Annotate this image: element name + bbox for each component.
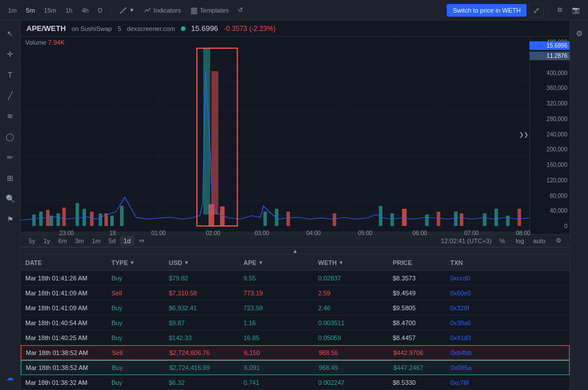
flag-icon[interactable]: ⚑: [2, 211, 18, 227]
svg-rect-30: [76, 203, 79, 226]
chart-svg[interactable]: [21, 37, 570, 232]
td-usd: $9.87: [164, 319, 239, 326]
drawing-tool-btn[interactable]: ▼: [115, 4, 138, 17]
td-usd: $6.32: [164, 379, 239, 386]
td-usd: $142.33: [164, 334, 239, 341]
td-type: Buy: [107, 379, 164, 386]
td-date: Mar 18th 01:38:52 AM: [21, 349, 107, 356]
indicators-btn[interactable]: Indicators: [140, 4, 184, 17]
td-weth: 2.46: [314, 305, 388, 311]
fullscreen-btn[interactable]: ⤢: [529, 3, 544, 18]
td-txn[interactable]: 0xccd0: [446, 275, 503, 282]
td-type: Sell: [107, 349, 165, 356]
usd-filter-icon[interactable]: ▼: [184, 260, 189, 266]
drag-handle[interactable]: ▲: [21, 247, 570, 255]
table-row[interactable]: Mar 18th 01:41:26 AM Buy $79.82 9.55 0.0…: [21, 271, 570, 286]
text-tool-icon[interactable]: T: [2, 67, 18, 83]
tf-6m-btn[interactable]: 6m: [55, 236, 70, 246]
time-label-0700: 07:00: [464, 230, 478, 236]
table-row[interactable]: Mar 18th 01:38:32 AM Buy $6.32 0.741 0.0…: [21, 375, 570, 390]
chart-settings-btn[interactable]: ⚙: [552, 235, 565, 247]
screenshot-btn[interactable]: 📷: [568, 4, 583, 16]
measure-icon[interactable]: ⊞: [2, 170, 18, 186]
svg-rect-26: [32, 214, 36, 226]
tf-1d-btn[interactable]: 1d: [120, 236, 134, 246]
svg-rect-32: [99, 213, 102, 226]
tf-5d-btn[interactable]: 5d: [105, 236, 119, 246]
ape-filter-icon[interactable]: ▼: [258, 260, 264, 266]
undo-btn[interactable]: ↺: [234, 4, 246, 16]
percent-btn[interactable]: %: [496, 236, 509, 246]
shapes-icon[interactable]: ◯: [2, 128, 18, 145]
td-txn[interactable]: 0xb4bb: [446, 349, 504, 356]
table-row[interactable]: Mar 18th 01:40:25 AM Buy $142.33 16.85 0…: [21, 330, 570, 345]
log-btn[interactable]: log: [513, 236, 527, 245]
trend-line-icon[interactable]: ╱: [2, 87, 18, 103]
pencil-icon[interactable]: ✏: [2, 149, 18, 165]
td-price: $8.5330: [388, 379, 446, 386]
chart-header: APE/WETH on SushiSwap 5 dexscreener.com …: [21, 21, 570, 37]
td-usd: $2,724,416.99: [165, 364, 239, 371]
svg-rect-54: [460, 213, 463, 226]
chart-canvas[interactable]: Volume 7.94K 480,000 440,000 400,000 360…: [21, 37, 570, 232]
type-filter-icon[interactable]: ▼: [130, 260, 135, 266]
svg-rect-34: [120, 206, 123, 226]
cloud-icon[interactable]: ☁: [2, 369, 18, 385]
td-type: Buy: [107, 319, 164, 326]
cursor-tool-icon[interactable]: ↖: [2, 25, 18, 41]
expand-arrows[interactable]: ❯❯: [519, 131, 528, 138]
zoom-icon[interactable]: 🔍: [2, 190, 18, 206]
fibonacci-icon[interactable]: ≋: [2, 108, 18, 124]
td-type: Sell: [107, 290, 164, 297]
tf-1y-btn[interactable]: 1y: [40, 236, 54, 246]
svg-rect-57: [211, 71, 218, 214]
switch-price-btn[interactable]: Switch to price in WETH: [447, 4, 527, 17]
td-date: Mar 18th 01:41:09 AM: [21, 290, 107, 297]
td-weth: 0.02837: [314, 275, 388, 282]
td-txn[interactable]: 0x41d3: [446, 334, 503, 341]
toolbar-separator-1: [110, 5, 111, 16]
timeframe-d-btn[interactable]: D: [94, 5, 106, 16]
col-txn: TXN: [446, 259, 503, 266]
time-label-0500: 05:00: [358, 230, 372, 236]
right-sidebar: ⚙: [570, 21, 588, 390]
templates-btn[interactable]: Templates: [187, 4, 232, 17]
volume-label: Volume 7.94K: [25, 39, 65, 46]
timeframe-5m-btn[interactable]: 5m: [22, 5, 38, 16]
td-txn[interactable]: 0x328f: [446, 305, 503, 311]
time-label-0300: 03:00: [254, 230, 269, 236]
table-row[interactable]: Mar 18th 01:41:09 AM Buy $6,932.41 723.5…: [21, 301, 570, 315]
tf-3m-btn[interactable]: 3m: [72, 236, 87, 246]
right-settings-icon[interactable]: ⚙: [571, 25, 587, 41]
col-price: PRICE: [388, 259, 446, 266]
td-txn[interactable]: 0x60e0: [446, 290, 503, 297]
table-row-highlighted-buy[interactable]: Mar 18th 01:38:52 AM Buy $2,724,416.99 6…: [21, 360, 570, 375]
timeframe-4h-btn[interactable]: 4h: [78, 5, 92, 16]
pair-name: APE/WETH: [26, 24, 66, 33]
tf-5y-btn[interactable]: 5y: [25, 236, 39, 246]
timeframe-15m-btn[interactable]: 15m: [41, 5, 60, 16]
main-area: ↖ ✛ T ╱ ≋ ◯ ✏ ⊞ 🔍 ⚑ ☁ APE/WETH on SushiS…: [0, 21, 588, 390]
td-txn[interactable]: 0x095a: [446, 364, 504, 371]
td-txn[interactable]: 0x38a6: [446, 319, 503, 326]
time-label-0400: 04:00: [306, 230, 320, 236]
range-select-btn[interactable]: ⇔: [136, 235, 148, 246]
datetime-display: 12:02:41 (UTC+3): [441, 237, 492, 244]
td-txn[interactable]: 0xc76f: [446, 379, 503, 386]
td-usd: $2,724,606.76: [165, 349, 239, 356]
td-weth: 0.05059: [314, 334, 388, 341]
td-ape: 6,150: [239, 349, 314, 356]
table-row[interactable]: Mar 18th 01:40:54 AM Buy $9.87 1.16 0.00…: [21, 315, 570, 330]
weth-filter-icon[interactable]: ▼: [338, 260, 343, 266]
table-row[interactable]: Mar 18th 01:41:09 AM Sell $7,310.58 773.…: [21, 286, 570, 301]
source-label: dexscreener.com: [127, 25, 175, 32]
crosshair-tool-icon[interactable]: ✛: [2, 46, 18, 62]
auto-btn[interactable]: auto: [531, 236, 548, 245]
td-date: Mar 18th 01:38:32 AM: [21, 379, 107, 386]
settings-gear-btn[interactable]: ⚙: [554, 4, 566, 16]
top-toolbar: 1m 5m 15m 1h 4h D ▼ Indicators Templates…: [0, 0, 588, 21]
timeframe-1m-btn[interactable]: 1m: [5, 5, 20, 16]
timeframe-1h-btn[interactable]: 1h: [62, 5, 76, 16]
table-row-highlighted-sell[interactable]: Mar 18th 01:38:52 AM Sell $2,724,606.76 …: [21, 345, 570, 360]
tf-1m-btn[interactable]: 1m: [88, 236, 104, 246]
